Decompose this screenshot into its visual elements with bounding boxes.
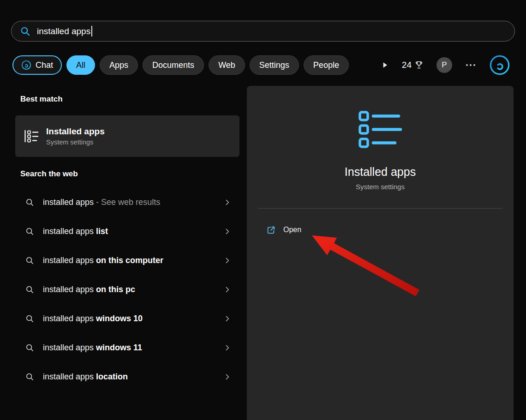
suggestion-suffix: - See web results — [94, 198, 160, 207]
tab-all-label: All — [76, 60, 85, 70]
tab-chat[interactable]: Chat — [12, 55, 62, 75]
web-suggestion-6[interactable]: installed apps location — [15, 362, 239, 391]
search-icon — [20, 26, 31, 37]
tab-all[interactable]: All — [66, 55, 95, 75]
installed-apps-icon — [23, 128, 40, 144]
best-match-subtitle: System settings — [46, 138, 105, 146]
chevron-right-icon[interactable] — [223, 228, 231, 235]
search-input-value: installed apps — [37, 26, 90, 36]
search-bar[interactable]: installed apps — [11, 21, 515, 42]
rewards-trophy-icon — [414, 60, 424, 70]
tab-apps-label: Apps — [109, 60, 128, 70]
topbar-right: 24 P — [380, 55, 510, 75]
suggestion-prefix: installed apps — [43, 198, 94, 207]
suggestion-prefix: installed apps — [43, 256, 96, 265]
web-suggestions-list: installed apps - See web results install… — [15, 188, 239, 391]
installed-apps-large-icon — [358, 110, 402, 150]
suggestion-suffix: location — [96, 372, 128, 381]
best-match-heading: Best match — [20, 95, 63, 104]
more-filters-icon[interactable] — [380, 60, 389, 70]
preview-subtitle: System settings — [356, 183, 405, 191]
suggestion-prefix: installed apps — [43, 227, 96, 236]
suggestion-prefix: installed apps — [43, 343, 96, 352]
tab-apps[interactable]: Apps — [100, 55, 138, 75]
web-suggestion-2[interactable]: installed apps on this computer — [15, 246, 239, 275]
search-web-heading: Search the web — [20, 169, 78, 179]
suggestion-suffix: on this pc — [96, 285, 135, 294]
web-suggestion-0[interactable]: installed apps - See web results — [15, 188, 239, 217]
open-button-label: Open — [283, 226, 301, 234]
web-suggestion-4[interactable]: installed apps windows 10 — [15, 304, 239, 333]
chevron-right-icon[interactable] — [223, 198, 231, 206]
search-suggestion-icon — [25, 314, 34, 323]
chevron-right-icon[interactable] — [223, 257, 231, 264]
avatar[interactable]: P — [436, 57, 452, 73]
search-suggestion-icon — [25, 372, 34, 381]
search-suggestion-icon — [25, 227, 34, 236]
tab-web[interactable]: Web — [209, 55, 245, 75]
divider — [258, 208, 502, 209]
chevron-right-icon[interactable] — [223, 373, 231, 381]
suggestion-prefix: installed apps — [43, 285, 96, 294]
web-suggestion-5[interactable]: installed apps windows 11 — [15, 333, 239, 362]
tab-documents[interactable]: Documents — [143, 55, 204, 75]
text-caret — [91, 26, 92, 36]
tab-documents-label: Documents — [152, 60, 194, 70]
web-suggestion-1[interactable]: installed apps list — [15, 217, 239, 246]
search-suggestion-icon — [25, 198, 34, 207]
filter-chips: Chat All Apps Documents Web Settings Peo… — [12, 55, 349, 75]
suggestion-prefix: installed apps — [43, 314, 96, 323]
more-options-icon[interactable] — [465, 59, 477, 71]
chevron-right-icon[interactable] — [223, 344, 231, 352]
web-suggestion-3[interactable]: installed apps on this pc — [15, 275, 239, 304]
best-match-result[interactable]: Installed apps System settings — [15, 115, 239, 157]
search-suggestion-icon — [25, 285, 34, 294]
chevron-right-icon[interactable] — [223, 286, 231, 294]
tab-people[interactable]: People — [304, 55, 349, 75]
search-input[interactable]: installed apps — [37, 26, 92, 36]
tab-web-label: Web — [218, 60, 235, 70]
suggestion-prefix: installed apps — [43, 372, 96, 381]
tab-settings[interactable]: Settings — [250, 55, 299, 75]
tab-people-label: People — [313, 60, 339, 70]
suggestion-suffix: list — [96, 227, 108, 236]
bing-chat-icon — [21, 60, 31, 70]
open-button[interactable]: Open — [266, 221, 306, 239]
tab-chat-label: Chat — [36, 60, 53, 70]
tab-settings-label: Settings — [259, 60, 289, 70]
rewards-counter[interactable]: 24 — [402, 60, 424, 70]
suggestion-suffix: windows 10 — [96, 314, 143, 323]
suggestion-suffix: windows 11 — [96, 343, 142, 352]
open-external-icon — [266, 225, 276, 235]
preview-panel: Installed apps System settings Open — [247, 86, 514, 420]
avatar-initial: P — [442, 60, 447, 70]
bing-icon[interactable] — [489, 54, 510, 76]
preview-title: Installed apps — [345, 165, 416, 179]
chevron-right-icon[interactable] — [223, 315, 231, 323]
suggestion-suffix: on this computer — [96, 256, 163, 265]
search-suggestion-icon — [25, 343, 34, 352]
rewards-count: 24 — [402, 60, 412, 70]
best-match-title: Installed apps — [46, 126, 105, 137]
search-suggestion-icon — [25, 256, 34, 265]
